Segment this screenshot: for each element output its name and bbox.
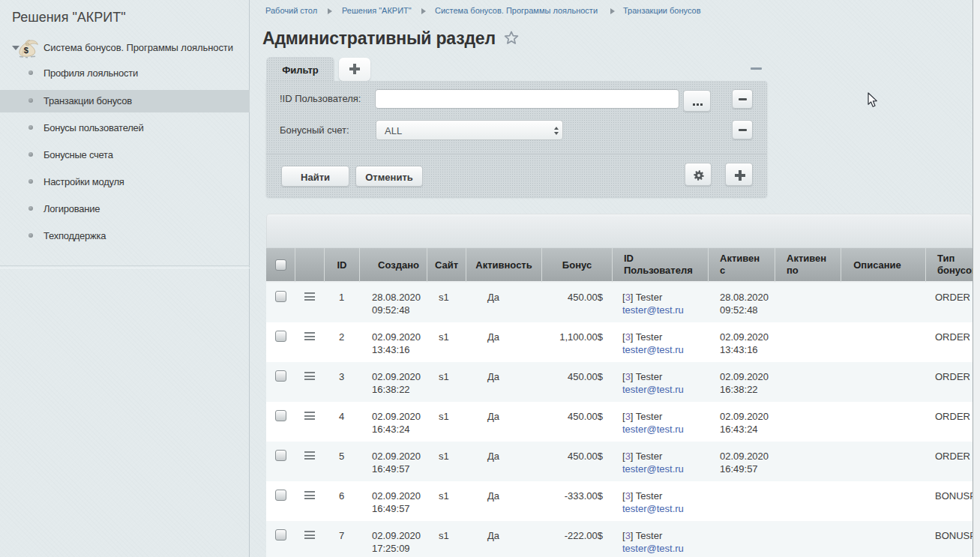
svg-text:$: $ (24, 46, 28, 55)
